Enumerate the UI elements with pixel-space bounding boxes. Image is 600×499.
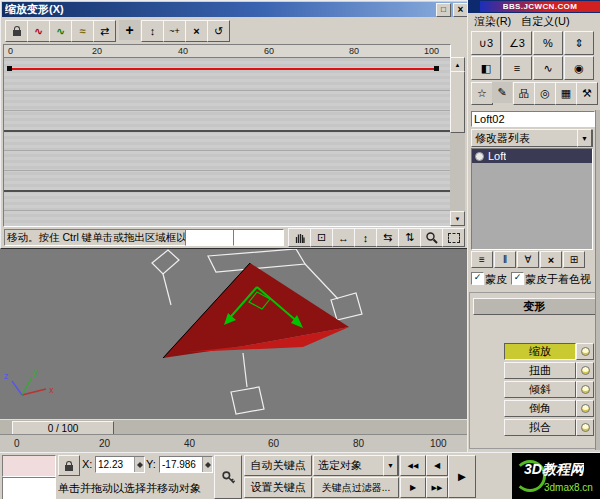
control-point-y-field[interactable]: [233, 229, 284, 246]
mirror-icon[interactable]: ◧: [471, 56, 501, 80]
bevel-deformation-bulb-button[interactable]: [576, 400, 594, 417]
lock-selection-toggle[interactable]: [58, 455, 80, 476]
graph-vertical-scrollbar[interactable]: ▲ ▼: [450, 57, 465, 225]
x-coordinate-value: 12.23: [98, 459, 134, 470]
fit-deformation-button[interactable]: 拟合: [504, 419, 576, 436]
tab-modify[interactable]: ✎: [492, 82, 512, 103]
object-name-field[interactable]: Loft02: [471, 111, 595, 127]
remove-modifier-icon[interactable]: ×: [540, 251, 562, 268]
scale-deformation-button[interactable]: 缩放: [504, 343, 576, 360]
skin-shaded-checkbox[interactable]: ✓: [511, 272, 524, 285]
tab-hierarchy[interactable]: 品: [513, 82, 535, 105]
angle-snap-icon[interactable]: ∠3: [502, 31, 532, 55]
grid-line: [4, 150, 450, 151]
zoom-extents-button[interactable]: ⊡: [310, 228, 333, 247]
twist-deformation-button[interactable]: 扭曲: [504, 362, 576, 379]
perspective-viewport[interactable]: x y z: [0, 247, 467, 419]
trackbar-tick: 20: [99, 438, 110, 449]
percent-snap-icon[interactable]: %: [533, 31, 563, 55]
close-button[interactable]: ×: [453, 3, 468, 17]
reset-curve-button[interactable]: ↺: [207, 20, 230, 42]
teeter-deformation-button[interactable]: 倾斜: [504, 381, 576, 398]
stack-item-loft[interactable]: Loft: [472, 149, 592, 163]
tab-utilities[interactable]: ⚒: [576, 82, 598, 105]
key-filters-button[interactable]: 关键点过滤器...: [313, 477, 399, 498]
scrollbar-thumb[interactable]: [450, 71, 465, 133]
go-to-start-button[interactable]: ◀◀: [400, 455, 426, 476]
deformation-graph[interactable]: [3, 57, 451, 227]
snap-toggle-icon[interactable]: ∪3: [471, 31, 501, 55]
previous-frame-button[interactable]: ◀: [426, 455, 448, 476]
scale-deformation-bulb-button[interactable]: [576, 343, 594, 360]
delete-control-point-button[interactable]: ×: [185, 20, 208, 42]
x-spinner[interactable]: [134, 457, 144, 472]
move-control-point-button[interactable]: +: [119, 20, 140, 40]
selection-set-dropdown[interactable]: 选定对象 ▼: [313, 455, 399, 476]
fit-deformation-bulb-button[interactable]: [576, 419, 594, 436]
pan-button[interactable]: [288, 228, 311, 247]
curve-control-point[interactable]: [7, 66, 12, 71]
deformations-rollout-header[interactable]: 变形: [473, 298, 596, 315]
zoom-horizontally-button[interactable]: ⇆: [376, 228, 399, 247]
y-spinner[interactable]: [202, 457, 212, 472]
zoom-horizontal-extents-button[interactable]: ↔: [332, 228, 355, 247]
light-bulb-icon[interactable]: [475, 152, 484, 161]
show-end-result-icon[interactable]: ‖: [494, 251, 516, 268]
maxscript-mini-listener[interactable]: [2, 477, 56, 499]
maximize-button[interactable]: □: [436, 3, 451, 17]
insert-corner-point-button[interactable]: ~+: [163, 20, 186, 42]
scroll-up-icon[interactable]: ▲: [450, 57, 465, 72]
dialog-titlebar[interactable]: 缩放变形(X) □ ×: [2, 2, 471, 17]
dropdown-arrow-icon[interactable]: ▼: [383, 455, 398, 476]
align-icon[interactable]: ≡: [502, 56, 532, 80]
scale-deformation-curve[interactable]: [9, 68, 437, 70]
modifier-stack[interactable]: Loft: [471, 148, 593, 250]
material-editor-icon[interactable]: ◉: [564, 56, 594, 80]
auto-key-button[interactable]: 自动关键点: [244, 455, 312, 476]
curve-editor-icon[interactable]: ∿: [533, 56, 563, 80]
time-slider[interactable]: 0 / 100: [12, 421, 114, 435]
menu-customize[interactable]: 自定义(U): [521, 14, 569, 29]
dropdown-arrow-icon[interactable]: ▼: [577, 129, 592, 147]
tab-motion[interactable]: ◎: [534, 82, 556, 105]
track-bar[interactable]: 0 20 40 60 80 100: [0, 434, 467, 454]
loft-object[interactable]: [163, 263, 349, 358]
teeter-deformation-bulb-button[interactable]: [576, 381, 594, 398]
x-coordinate-field[interactable]: 12.23: [95, 456, 145, 473]
control-point-x-field[interactable]: [185, 229, 236, 246]
display-xy-axes-button[interactable]: ≈: [71, 20, 94, 42]
time-slider-track[interactable]: 0 / 100: [0, 419, 467, 435]
skin-checkbox[interactable]: ✓: [471, 272, 484, 285]
configure-modifier-sets-icon[interactable]: ⊞: [563, 251, 585, 268]
set-key-button[interactable]: 设置关键点: [244, 477, 312, 498]
y-coordinate-field[interactable]: -17.986: [159, 456, 213, 473]
play-animation-button[interactable]: ►: [448, 455, 476, 498]
twist-deformation-bulb-button[interactable]: [576, 362, 594, 379]
scale-control-point-button[interactable]: ↕: [141, 20, 164, 42]
display-y-axis-button[interactable]: ∿: [49, 20, 72, 42]
panel-scrollbar[interactable]: [595, 110, 600, 450]
display-x-axis-button[interactable]: ∿: [27, 20, 50, 42]
swap-deform-curves-button[interactable]: ⇄: [93, 20, 116, 42]
zoom-vertically-button[interactable]: ⇅: [398, 228, 421, 247]
next-frame-button[interactable]: ▶: [400, 477, 426, 498]
zoom-button[interactable]: [420, 228, 443, 247]
zoom-vertical-extents-button[interactable]: ↕: [354, 228, 377, 247]
maxscript-mini-listener-macro[interactable]: [2, 455, 56, 477]
scroll-down-icon[interactable]: ▼: [450, 211, 465, 226]
tab-create[interactable]: ☆: [471, 82, 493, 105]
make-symmetrical-button[interactable]: [5, 20, 28, 42]
curve-control-point[interactable]: [434, 66, 439, 71]
pin-stack-icon[interactable]: ≡: [471, 251, 493, 268]
spinner-snap-icon[interactable]: ⇕: [564, 31, 594, 55]
menu-rendering[interactable]: 渲染(R): [474, 14, 511, 29]
loft-object-red-face[interactable]: [163, 263, 349, 358]
make-unique-icon[interactable]: ∀: [517, 251, 539, 268]
bev-deformation-button[interactable]: 倒角: [504, 400, 576, 417]
tab-display[interactable]: ▦: [555, 82, 577, 105]
modifier-list-dropdown[interactable]: 修改器列表 ▼: [471, 129, 593, 147]
zoom-region-button[interactable]: [442, 228, 465, 247]
magnifier-icon: [425, 231, 438, 244]
go-to-end-button[interactable]: ▶▶: [426, 477, 448, 498]
scale-deformation-dialog: 缩放变形(X) □ × ∿ ∿ ≈ ⇄ + ↕ ~+ × ↺ 0 20 40 6…: [0, 0, 469, 249]
